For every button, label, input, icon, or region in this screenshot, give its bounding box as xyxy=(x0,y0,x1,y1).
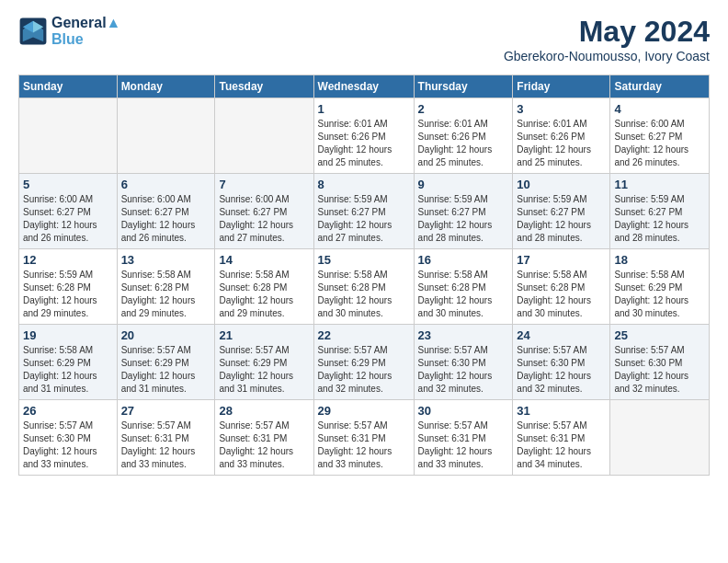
day-info: Sunrise: 5:58 AM Sunset: 6:29 PM Dayligh… xyxy=(614,269,705,320)
day-number: 3 xyxy=(517,102,606,116)
table-row: 3Sunrise: 6:01 AM Sunset: 6:26 PM Daylig… xyxy=(513,98,610,174)
day-number: 24 xyxy=(517,328,606,342)
day-number: 13 xyxy=(121,253,211,267)
day-number: 6 xyxy=(121,178,211,191)
day-number: 23 xyxy=(418,328,509,342)
table-row: 1Sunrise: 6:01 AM Sunset: 6:26 PM Daylig… xyxy=(313,98,414,174)
day-number: 8 xyxy=(318,178,410,191)
day-info: Sunrise: 6:00 AM Sunset: 6:27 PM Dayligh… xyxy=(219,193,309,245)
table-row: 15Sunrise: 5:58 AM Sunset: 6:28 PM Dayli… xyxy=(313,249,414,325)
day-info: Sunrise: 6:01 AM Sunset: 6:26 PM Dayligh… xyxy=(318,118,410,169)
table-row: 14Sunrise: 5:58 AM Sunset: 6:28 PM Dayli… xyxy=(215,249,313,325)
day-info: Sunrise: 6:00 AM Sunset: 6:27 PM Dayligh… xyxy=(614,118,705,169)
table-row: 27Sunrise: 5:57 AM Sunset: 6:31 PM Dayli… xyxy=(117,400,215,476)
day-number: 29 xyxy=(318,404,410,418)
table-row: 9Sunrise: 5:59 AM Sunset: 6:27 PM Daylig… xyxy=(414,174,513,249)
table-row: 20Sunrise: 5:57 AM Sunset: 6:29 PM Dayli… xyxy=(117,325,215,400)
page: General▲ Blue May 2024 Gberekoro-Noumous… xyxy=(0,0,728,494)
day-info: Sunrise: 5:59 AM Sunset: 6:27 PM Dayligh… xyxy=(318,193,410,245)
header-tuesday: Tuesday xyxy=(215,75,313,98)
day-info: Sunrise: 5:58 AM Sunset: 6:28 PM Dayligh… xyxy=(517,269,606,320)
day-info: Sunrise: 5:59 AM Sunset: 6:27 PM Dayligh… xyxy=(418,193,509,245)
table-row xyxy=(117,98,215,174)
calendar: Sunday Monday Tuesday Wednesday Thursday… xyxy=(18,75,710,476)
day-number: 5 xyxy=(23,178,113,191)
table-row: 29Sunrise: 5:57 AM Sunset: 6:31 PM Dayli… xyxy=(313,400,414,476)
day-info: Sunrise: 5:58 AM Sunset: 6:28 PM Dayligh… xyxy=(418,269,509,320)
day-info: Sunrise: 5:59 AM Sunset: 6:28 PM Dayligh… xyxy=(23,269,113,320)
day-number: 25 xyxy=(614,328,705,342)
day-number: 19 xyxy=(23,328,113,342)
table-row: 11Sunrise: 5:59 AM Sunset: 6:27 PM Dayli… xyxy=(610,174,710,249)
calendar-week-row: 19Sunrise: 5:58 AM Sunset: 6:29 PM Dayli… xyxy=(19,325,710,400)
table-row: 28Sunrise: 5:57 AM Sunset: 6:31 PM Dayli… xyxy=(215,400,313,476)
table-row: 19Sunrise: 5:58 AM Sunset: 6:29 PM Dayli… xyxy=(19,325,118,400)
month-year: May 2024 xyxy=(504,15,710,49)
day-number: 15 xyxy=(318,253,410,267)
table-row: 16Sunrise: 5:58 AM Sunset: 6:28 PM Dayli… xyxy=(414,249,513,325)
day-number: 27 xyxy=(121,404,211,418)
day-number: 26 xyxy=(23,404,113,418)
day-number: 18 xyxy=(614,253,705,267)
day-number: 2 xyxy=(418,102,509,116)
table-row: 21Sunrise: 5:57 AM Sunset: 6:29 PM Dayli… xyxy=(215,325,313,400)
table-row: 7Sunrise: 6:00 AM Sunset: 6:27 PM Daylig… xyxy=(215,174,313,249)
calendar-header-row: Sunday Monday Tuesday Wednesday Thursday… xyxy=(19,75,710,98)
day-info: Sunrise: 5:57 AM Sunset: 6:31 PM Dayligh… xyxy=(418,419,509,471)
day-info: Sunrise: 5:57 AM Sunset: 6:30 PM Dayligh… xyxy=(517,344,606,396)
logo: General▲ Blue xyxy=(18,15,120,48)
day-info: Sunrise: 5:57 AM Sunset: 6:29 PM Dayligh… xyxy=(219,344,309,396)
table-row: 10Sunrise: 5:59 AM Sunset: 6:27 PM Dayli… xyxy=(513,174,610,249)
day-info: Sunrise: 6:01 AM Sunset: 6:26 PM Dayligh… xyxy=(418,118,509,169)
table-row: 18Sunrise: 5:58 AM Sunset: 6:29 PM Dayli… xyxy=(610,249,710,325)
day-info: Sunrise: 5:58 AM Sunset: 6:28 PM Dayligh… xyxy=(121,269,211,320)
day-info: Sunrise: 6:00 AM Sunset: 6:27 PM Dayligh… xyxy=(121,193,211,245)
day-info: Sunrise: 5:58 AM Sunset: 6:28 PM Dayligh… xyxy=(219,269,309,320)
day-info: Sunrise: 5:57 AM Sunset: 6:31 PM Dayligh… xyxy=(219,419,309,471)
day-number: 1 xyxy=(318,102,410,116)
day-info: Sunrise: 5:58 AM Sunset: 6:29 PM Dayligh… xyxy=(23,344,113,396)
calendar-week-row: 12Sunrise: 5:59 AM Sunset: 6:28 PM Dayli… xyxy=(19,249,710,325)
day-number: 21 xyxy=(219,328,309,342)
table-row: 24Sunrise: 5:57 AM Sunset: 6:30 PM Dayli… xyxy=(513,325,610,400)
day-number: 31 xyxy=(517,404,606,418)
table-row: 4Sunrise: 6:00 AM Sunset: 6:27 PM Daylig… xyxy=(610,98,710,174)
day-info: Sunrise: 5:59 AM Sunset: 6:27 PM Dayligh… xyxy=(517,193,606,245)
day-number: 4 xyxy=(614,102,705,116)
day-number: 12 xyxy=(23,253,113,267)
header-sunday: Sunday xyxy=(19,75,118,98)
table-row: 5Sunrise: 6:00 AM Sunset: 6:27 PM Daylig… xyxy=(19,174,118,249)
day-number: 10 xyxy=(517,178,606,191)
table-row: 17Sunrise: 5:58 AM Sunset: 6:28 PM Dayli… xyxy=(513,249,610,325)
day-info: Sunrise: 5:58 AM Sunset: 6:28 PM Dayligh… xyxy=(318,269,410,320)
table-row: 31Sunrise: 5:57 AM Sunset: 6:31 PM Dayli… xyxy=(513,400,610,476)
logo-text: General▲ Blue xyxy=(51,15,120,48)
table-row xyxy=(215,98,313,174)
header-thursday: Thursday xyxy=(414,75,513,98)
header: General▲ Blue May 2024 Gberekoro-Noumous… xyxy=(18,15,710,63)
day-number: 30 xyxy=(418,404,509,418)
day-info: Sunrise: 5:57 AM Sunset: 6:30 PM Dayligh… xyxy=(418,344,509,396)
day-number: 14 xyxy=(219,253,309,267)
table-row xyxy=(19,98,118,174)
title-block: May 2024 Gberekoro-Noumousso, Ivory Coas… xyxy=(504,15,710,63)
day-info: Sunrise: 5:57 AM Sunset: 6:31 PM Dayligh… xyxy=(121,419,211,471)
header-wednesday: Wednesday xyxy=(313,75,414,98)
day-number: 22 xyxy=(318,328,410,342)
logo-icon xyxy=(18,17,48,46)
day-number: 7 xyxy=(219,178,309,191)
calendar-week-row: 5Sunrise: 6:00 AM Sunset: 6:27 PM Daylig… xyxy=(19,174,710,249)
table-row: 30Sunrise: 5:57 AM Sunset: 6:31 PM Dayli… xyxy=(414,400,513,476)
location: Gberekoro-Noumousso, Ivory Coast xyxy=(504,49,710,63)
day-info: Sunrise: 5:57 AM Sunset: 6:31 PM Dayligh… xyxy=(517,419,606,471)
day-number: 20 xyxy=(121,328,211,342)
table-row: 13Sunrise: 5:58 AM Sunset: 6:28 PM Dayli… xyxy=(117,249,215,325)
table-row: 25Sunrise: 5:57 AM Sunset: 6:30 PM Dayli… xyxy=(610,325,710,400)
day-number: 17 xyxy=(517,253,606,267)
day-number: 9 xyxy=(418,178,509,191)
table-row: 2Sunrise: 6:01 AM Sunset: 6:26 PM Daylig… xyxy=(414,98,513,174)
day-info: Sunrise: 6:00 AM Sunset: 6:27 PM Dayligh… xyxy=(23,193,113,245)
table-row: 12Sunrise: 5:59 AM Sunset: 6:28 PM Dayli… xyxy=(19,249,118,325)
calendar-week-row: 1Sunrise: 6:01 AM Sunset: 6:26 PM Daylig… xyxy=(19,98,710,174)
header-saturday: Saturday xyxy=(610,75,710,98)
